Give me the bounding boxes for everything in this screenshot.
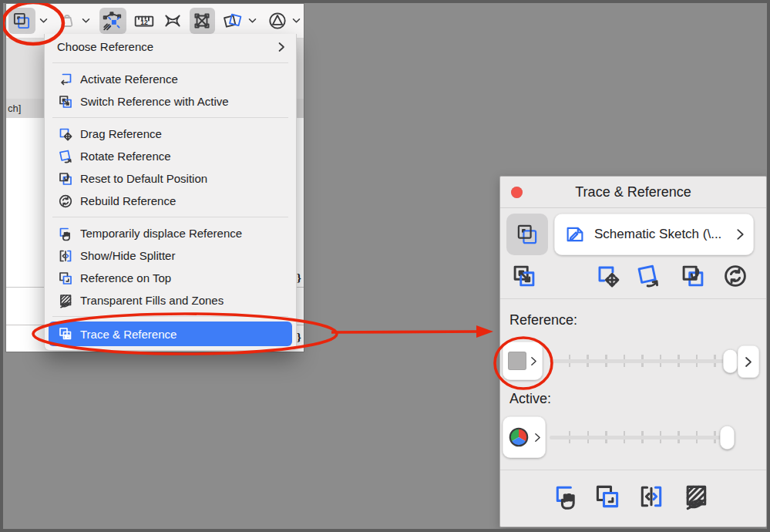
gravity-weight-icon bbox=[58, 12, 76, 30]
drag-reference-icon bbox=[595, 263, 621, 289]
measure-label: 12 bbox=[140, 19, 148, 26]
rotated-squares-icon bbox=[222, 10, 244, 32]
displace-reference-icon bbox=[553, 483, 580, 510]
menu-item-label: Activate Reference bbox=[80, 72, 285, 86]
measure-toolbar-button[interactable]: 12 bbox=[132, 8, 156, 34]
trace-reference-menu-chevron[interactable] bbox=[38, 16, 49, 25]
menu-item-transparent-fills-and-zones[interactable]: Transparent Fills and Zones bbox=[45, 289, 296, 311]
gravity-toolbar-button[interactable] bbox=[57, 8, 79, 34]
menu-item-rebuild-reference[interactable]: Rebuild Reference bbox=[45, 190, 296, 212]
palette-title-bar[interactable]: Trace & Reference bbox=[500, 177, 766, 208]
chevron-right-icon bbox=[530, 356, 537, 366]
orientation-menu-chevron[interactable] bbox=[291, 16, 302, 25]
rebuild-reference-icon bbox=[722, 263, 748, 289]
trace-toggle-button[interactable] bbox=[506, 214, 548, 255]
close-button[interactable] bbox=[511, 187, 523, 198]
chevron-down-icon bbox=[248, 18, 257, 24]
drag-reference-icon bbox=[58, 126, 73, 142]
menu-item-show-hide-splitter[interactable]: Show/Hide Splitter bbox=[45, 244, 296, 267]
switch-reference-button[interactable] bbox=[509, 261, 539, 291]
menu-item-rotate-reference[interactable]: Rotate Reference bbox=[45, 145, 296, 167]
reset-position-icon bbox=[680, 263, 706, 289]
menu-item-reset-to-default-position[interactable]: Reset to Default Position bbox=[45, 167, 296, 190]
marquee-toolbar-button[interactable] bbox=[161, 8, 183, 34]
reference-opacity-slider[interactable] bbox=[550, 345, 735, 376]
gravity-menu-chevron[interactable] bbox=[80, 16, 92, 25]
chevron-right-icon bbox=[534, 433, 541, 443]
trace-reference-icon bbox=[514, 221, 540, 247]
menu-item-switch-reference-with-active[interactable]: Switch Reference with Active bbox=[45, 90, 296, 113]
reference-on-top-button[interactable] bbox=[593, 482, 622, 511]
menu-item-activate-reference[interactable]: Activate Reference bbox=[45, 68, 296, 90]
slider-thumb[interactable] bbox=[723, 349, 738, 373]
palette-title: Trace & Reference bbox=[575, 184, 691, 200]
reset-position-button[interactable] bbox=[678, 261, 708, 291]
transparent-fills-button[interactable] bbox=[681, 482, 711, 511]
rebuild-reference-button[interactable] bbox=[721, 261, 750, 291]
displace-reference-icon bbox=[58, 226, 73, 241]
clipped-content-glyph: } bbox=[297, 331, 301, 344]
switch-reference-icon bbox=[511, 263, 537, 289]
reference-expand-button[interactable] bbox=[738, 345, 759, 378]
trace-reference-icon bbox=[58, 326, 73, 342]
rotated-squares-toolbar-button[interactable] bbox=[222, 8, 244, 34]
splitter-icon bbox=[58, 248, 73, 264]
menu-separator bbox=[45, 311, 296, 322]
clipped-content-glyph: } bbox=[297, 271, 301, 285]
menu-item-label: Reset to Default Position bbox=[80, 172, 285, 185]
virtual-trace-toolbar-button[interactable] bbox=[99, 8, 126, 34]
rotate-reference-icon bbox=[635, 263, 661, 289]
menu-item-label: Rebuild Reference bbox=[80, 194, 285, 207]
active-opacity-slider[interactable] bbox=[550, 422, 731, 453]
reference-color-swatch bbox=[508, 352, 526, 370]
menu-item-label: Choose Reference bbox=[57, 40, 277, 53]
palette-separator bbox=[500, 298, 766, 299]
reference-on-top-icon bbox=[58, 271, 73, 286]
menu-separator bbox=[45, 212, 296, 222]
slider-track bbox=[550, 359, 735, 363]
rotate-reference-button[interactable] bbox=[634, 261, 663, 291]
transparent-fills-icon bbox=[58, 293, 73, 308]
menu-item-label: Rotate Reference bbox=[80, 150, 285, 163]
menu-item-label: Drag Reference bbox=[80, 127, 285, 140]
rotated-squares-menu-chevron[interactable] bbox=[247, 16, 258, 25]
menu-item-choose-reference[interactable]: Choose Reference bbox=[45, 35, 296, 58]
reference-source-button[interactable]: Schematic Sketch (\... bbox=[554, 214, 754, 255]
menu-item-label: Show/Hide Splitter bbox=[80, 249, 285, 262]
slider-track bbox=[550, 436, 731, 439]
trace-reference-toolbar-button[interactable] bbox=[8, 8, 35, 34]
marquee-icon bbox=[163, 11, 183, 31]
orientation-toolbar-button[interactable] bbox=[266, 8, 288, 34]
edit-handles-icon bbox=[191, 10, 213, 32]
view-tab-label[interactable]: ch] bbox=[8, 103, 21, 114]
active-color-button[interactable] bbox=[503, 416, 546, 458]
menu-item-label: Reference on Top bbox=[80, 271, 285, 285]
reference-color-button[interactable] bbox=[503, 342, 543, 380]
reset-position-icon bbox=[58, 171, 73, 187]
chevron-right-icon bbox=[736, 228, 745, 241]
menu-item-drag-reference[interactable]: Drag Reference bbox=[45, 123, 296, 145]
reference-source-label: Schematic Sketch (\... bbox=[594, 227, 736, 242]
chevron-down-icon bbox=[292, 18, 301, 24]
displace-reference-button[interactable] bbox=[552, 482, 581, 511]
app-window: ch] } } bbox=[6, 4, 304, 352]
menu-item-temporarily-displace-reference[interactable]: Temporarily displace Reference bbox=[45, 222, 296, 244]
splitter-button[interactable] bbox=[637, 482, 666, 511]
edit-handles-toolbar-button[interactable] bbox=[190, 8, 215, 34]
rotate-reference-icon bbox=[58, 149, 73, 164]
menu-item-trace-and-reference[interactable]: Trace & Reference bbox=[49, 322, 292, 346]
menu-item-label: Trace & Reference bbox=[80, 328, 177, 341]
menu-item-label: Temporarily displace Reference bbox=[80, 227, 285, 240]
chevron-down-icon bbox=[82, 18, 90, 24]
drag-reference-button[interactable] bbox=[593, 261, 623, 291]
menu-item-label: Transparent Fills and Zones bbox=[80, 294, 285, 307]
submenu-arrow-icon bbox=[277, 42, 285, 52]
menu-item-reference-on-top[interactable]: Reference on Top bbox=[45, 267, 296, 289]
palette-separator bbox=[500, 470, 766, 470]
splitter-icon bbox=[637, 483, 665, 510]
menu-separator bbox=[45, 58, 296, 68]
slider-thumb[interactable] bbox=[720, 426, 735, 450]
measure-icon: 12 bbox=[133, 10, 155, 32]
activate-reference-icon bbox=[58, 72, 73, 87]
arrow-menu-to-palette bbox=[331, 332, 479, 332]
